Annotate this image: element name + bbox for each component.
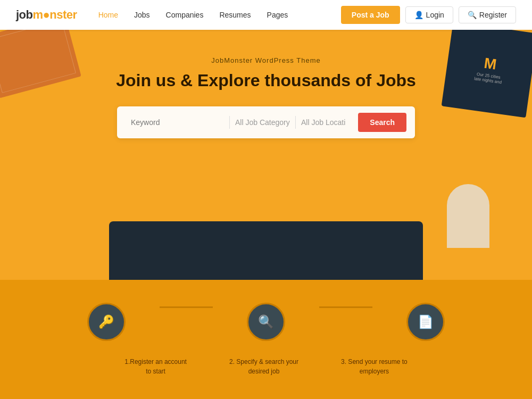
connector-2 [319, 306, 372, 308]
deco-orange-card [0, 30, 81, 98]
steps-section: 🔑 🔍 📄 1.Register an accountto start 2. S… [0, 280, 532, 399]
step-2-circle: 🔍 [247, 303, 285, 341]
deco-dark-bar [109, 221, 423, 280]
step-3: 📄 [372, 303, 479, 341]
nav-jobs[interactable]: Jobs [134, 11, 150, 19]
hero-section: M Our 25 citieslate nights and JobMonste… [0, 30, 532, 280]
step-1: 🔑 [53, 303, 160, 341]
nav-actions: Post a Job 👤 Login 🔍 Register [341, 6, 516, 24]
step-2: 🔍 [213, 303, 319, 341]
nav-home[interactable]: Home [98, 11, 118, 19]
location-select[interactable]: All Job Locati [296, 116, 354, 129]
search-icon: 🔍 [258, 314, 274, 329]
nav-companies[interactable]: Companies [166, 11, 204, 19]
deco-arch [447, 184, 489, 248]
steps-row: 🔑 🔍 📄 [53, 303, 479, 341]
hero-title: Join us & Explore thousands of Jobs [116, 71, 416, 90]
step-3-circle: 📄 [406, 303, 445, 341]
search-bar: All Job Category All Job Locati Search [117, 106, 415, 138]
login-button[interactable]: 👤 Login [405, 6, 453, 23]
step-labels-row: 1.Register an accountto start 2. Specify… [0, 352, 532, 376]
connector-1 [160, 306, 213, 308]
category-select[interactable]: All Job Category [230, 116, 295, 129]
hero-subtitle: JobMonster WordPress Theme [211, 56, 320, 64]
nav-links: Home Jobs Companies Resumes Pages [98, 11, 341, 19]
deco-magazine: M Our 25 citieslate nights and [442, 30, 532, 118]
nav-pages[interactable]: Pages [267, 11, 288, 19]
document-icon: 📄 [418, 314, 434, 329]
user-icon: 👤 [414, 11, 423, 19]
step-3-label: 3. Send your resume toemployers [341, 357, 408, 376]
step-1-label: 1.Register an accountto start [124, 357, 187, 376]
logo: jobm●nster [16, 8, 77, 22]
key-icon: 🔑 [98, 314, 114, 329]
search-person-icon: 🔍 [468, 11, 477, 19]
step-2-label: 2. Specify & search yourdesired job [229, 357, 298, 376]
step-1-circle: 🔑 [87, 303, 126, 341]
keyword-input[interactable] [126, 116, 229, 129]
post-job-button[interactable]: Post a Job [341, 6, 400, 24]
search-button[interactable]: Search [358, 113, 406, 132]
nav-resumes[interactable]: Resumes [219, 11, 251, 19]
register-button[interactable]: 🔍 Register [459, 6, 516, 23]
navbar: jobm●nster Home Jobs Companies Resumes P… [0, 0, 532, 30]
